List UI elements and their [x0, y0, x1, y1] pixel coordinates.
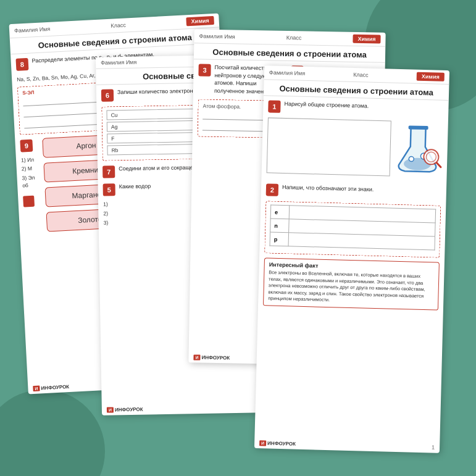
- task5-number: 5: [103, 183, 115, 196]
- card4-logo-box: И: [259, 440, 266, 446]
- card1-logo: И ИНФОУРОК: [33, 384, 69, 391]
- card1-item3: 3) Эл об: [22, 174, 41, 190]
- card1-item1: 1) Ил: [21, 156, 40, 164]
- card1-name-label: Фамилия Имя: [14, 26, 51, 34]
- card1-task9: 9: [20, 138, 39, 152]
- card1-subject: Химия: [186, 16, 214, 26]
- card4-enp-table: e n p: [270, 205, 436, 251]
- card4-task2: 2 Напиши, что обозначают эти знаки.: [266, 183, 441, 200]
- card2-name-label: Фамилия Имя: [101, 59, 136, 66]
- card4-footer: И ИНФОУРОК: [259, 440, 296, 447]
- card4-subject: Химия: [417, 72, 445, 81]
- card4-logo: И ИНФОУРОК: [259, 440, 296, 447]
- card4-fact-box: Интересный факт Все электроны во Вселенн…: [263, 257, 440, 310]
- task7-number: 7: [102, 165, 115, 178]
- card2-logo-text: ИНФОУРОК: [115, 407, 143, 413]
- card1-logo-text: ИНФОУРОК: [41, 384, 69, 391]
- card1-item2: 2) М: [22, 165, 41, 173]
- task8-number: 8: [15, 58, 28, 71]
- card3-footer: И ИНФОУРОК: [193, 354, 230, 361]
- card3-name-label: Фамилия Имя: [199, 33, 235, 40]
- card2-footer: И ИНФОУРОК: [107, 407, 143, 413]
- task1-text: Нарисуй общее строение атома.: [284, 100, 369, 115]
- card3-class-label: Класс: [286, 35, 302, 41]
- card1-task9-col: 9 1) Ил 2) М 3) Эл об: [20, 138, 42, 207]
- task3-number: 3: [198, 64, 211, 76]
- card2-logo-box: И: [107, 407, 114, 412]
- card4-name-label: Фамилия Имя: [269, 69, 305, 77]
- card1-class-label: Класс: [111, 22, 126, 28]
- enp-label-n: n: [270, 219, 290, 233]
- card1-footer: И ИНФОУРОК: [33, 384, 69, 391]
- task2-number: 2: [266, 183, 279, 196]
- task6-number: 6: [101, 89, 114, 101]
- task9-number: 9: [20, 139, 33, 152]
- card4-logo-text: ИНФОУРОК: [267, 441, 296, 447]
- card3-subject: Химия: [353, 35, 380, 44]
- card4-enp-section: e n p: [264, 201, 441, 257]
- task2-text: Напиши, что обозначают эти знаки.: [282, 183, 374, 199]
- task5-text: Какие водор: [119, 182, 151, 196]
- svg-rect-12: [409, 125, 428, 130]
- card4-class-label: Класс: [353, 72, 369, 78]
- card4-fact-text: Все электроны во Вселенной, включая те, …: [268, 269, 434, 306]
- enp-label-e: e: [270, 205, 290, 219]
- flask-icon: [393, 122, 443, 178]
- card4-task1: 1 Нарисуй общее строение атома.: [268, 99, 443, 117]
- enp-label-p: p: [270, 232, 289, 246]
- card3-logo-text: ИНФОУРОК: [201, 355, 230, 361]
- svg-line-18: [436, 163, 441, 167]
- bg-decoration-bottom: [0, 390, 105, 476]
- card4-body: 1 Нарисуй общее строение атома.: [258, 96, 449, 314]
- card4-task1-area: [266, 117, 443, 182]
- card2-logo: И ИНФОУРОК: [107, 407, 143, 413]
- card4-draw-area: [267, 117, 391, 176]
- worksheet-card-4: Фамилия Имя Класс Химия Основные сведени…: [254, 65, 449, 453]
- card3-logo: И ИНФОУРОК: [193, 354, 230, 361]
- card1-red-square: [23, 195, 42, 207]
- task1-number: 1: [268, 100, 281, 113]
- card4-page-number: 1: [432, 444, 435, 450]
- card1-logo-box: И: [33, 386, 40, 392]
- card4-flask-container: [392, 121, 443, 179]
- svg-point-14: [409, 156, 414, 161]
- card3-logo-box: И: [193, 354, 200, 360]
